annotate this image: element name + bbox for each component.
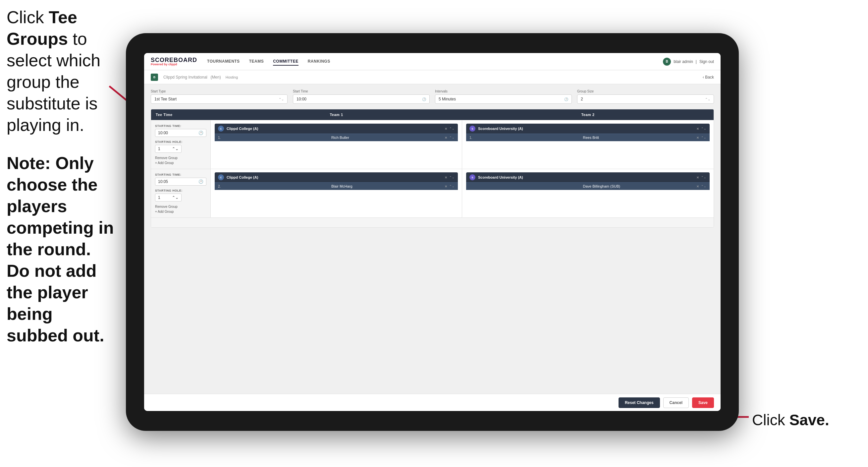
clock-icon-1: 🕐 [198, 130, 204, 135]
clock-icon-2: 🕐 [198, 179, 204, 184]
logo-scoreboard: SCOREBOARD [151, 57, 197, 63]
team1-controls-2: ✕ ⌃⌄ [444, 176, 455, 179]
starting-hole-input-2[interactable]: 1 ⌃⌄ [155, 194, 182, 202]
player-row-1-1[interactable]: 1. Rich Butler ✕ ⌃⌄ [215, 134, 458, 141]
remove-group-btn-2[interactable]: Remove Group [155, 205, 207, 208]
player-remove-1-1[interactable]: ✕ [444, 136, 447, 140]
nav-teams[interactable]: TEAMS [249, 58, 264, 66]
player-remove-1-2[interactable]: ✕ [444, 185, 447, 188]
team2-col-2: S Scoreboard University (A) ✕ ⌃⌄ Dave Bi… [462, 169, 714, 217]
annotation-mid: Note: Only choose the players competing … [7, 152, 116, 346]
nav-tournaments[interactable]: TOURNAMENTS [207, 58, 240, 66]
group-size-arrows: ⌃⌄ [705, 97, 710, 101]
tee-controls-2: STARTING TIME: 10:05 🕐 STARTING HOLE: 1 … [151, 169, 211, 217]
start-time-group: Start Time 10:00 🕐 [293, 89, 430, 104]
team1-col-2: C Clippd College (A) ✕ ⌃⌄ 2. Blair McHar… [211, 169, 462, 217]
team2-controls-1: ✕ ⌃⌄ [696, 127, 706, 130]
team2-col-1: S Scoreboard University (A) ✕ ⌃⌄ 1. Rees… [462, 120, 714, 169]
start-type-label: Start Type [151, 89, 287, 93]
player-remove-2-1[interactable]: ✕ [696, 136, 699, 140]
player-name-2-2: Dave Billingham (SUB) [583, 184, 697, 188]
team1-logo-2: C [218, 174, 224, 180]
hosting-badge: Hosting [226, 75, 238, 79]
team1-entry-2[interactable]: C Clippd College (A) ✕ ⌃⌄ 2. Blair McHar… [215, 172, 458, 190]
player-controls-2-2: ✕ ⌃⌄ [696, 185, 706, 188]
sign-out-link[interactable]: Sign out [700, 59, 714, 64]
team1-name-2: Clippd College (A) [227, 175, 442, 179]
player-number-2-1: 1. [469, 136, 583, 140]
team2-logo-1: S [469, 126, 475, 132]
col-tee-time: Tee Time [151, 109, 211, 120]
starting-time-input-2[interactable]: 10:05 🕐 [155, 178, 207, 185]
save-button[interactable]: Save [692, 398, 714, 408]
team2-entry-2[interactable]: S Scoreboard University (A) ✕ ⌃⌄ Dave Bi… [466, 172, 710, 190]
team1-header-1: C Clippd College (A) ✕ ⌃⌄ [215, 124, 458, 134]
intervals-input[interactable]: 5 Minutes 🕐 [435, 94, 572, 104]
back-button[interactable]: ‹ Back [703, 75, 714, 80]
player-controls-2-1: ✕ ⌃⌄ [696, 136, 706, 140]
start-type-group: Start Type 1st Tee Start ⌃⌄ [151, 89, 287, 104]
player-row-2-2-sub[interactable]: Dave Billingham (SUB) ✕ ⌃⌄ [466, 182, 710, 190]
tee-controls-1: STARTING TIME: 10:00 🕐 STARTING HOLE: 1 … [151, 120, 211, 169]
hole-arrows-1: ⌃⌄ [172, 146, 179, 151]
player-name-2-1: Rees Britt [583, 136, 697, 140]
team1-entry-1[interactable]: C Clippd College (A) ✕ ⌃⌄ 1. Rich Butler [215, 124, 458, 141]
player-remove-2-2[interactable]: ✕ [696, 185, 699, 188]
player-row-2-1[interactable]: 1. Rees Britt ✕ ⌃⌄ [466, 134, 710, 141]
starting-time-label-2: STARTING TIME: [155, 173, 207, 176]
start-time-arrows: 🕐 [422, 97, 426, 101]
tablet-screen: SCOREBOARD Powered by clippd TOURNAMENTS… [144, 53, 720, 411]
nav-rankings[interactable]: RANKINGS [308, 58, 330, 66]
nav-committee[interactable]: COMMITTEE [273, 58, 299, 66]
team2-arrows-2: ⌃⌄ [701, 176, 706, 179]
team2-remove-icon-1[interactable]: ✕ [696, 127, 699, 130]
tee-group-row-1: STARTING TIME: 10:00 🕐 STARTING HOLE: 1 … [151, 120, 714, 169]
starting-time-input-1[interactable]: 10:00 🕐 [155, 129, 207, 137]
start-time-input[interactable]: 10:00 🕐 [293, 94, 430, 104]
save-bold: Save. [789, 411, 829, 429]
logo-area: SCOREBOARD Powered by clippd [151, 57, 197, 66]
start-time-label: Start Time [293, 89, 430, 93]
add-group-btn-2[interactable]: + Add Group [155, 210, 207, 213]
start-type-input[interactable]: 1st Tee Start ⌃⌄ [151, 94, 287, 104]
team1-arrows-1: ⌃⌄ [449, 127, 455, 130]
cancel-button[interactable]: Cancel [663, 398, 689, 408]
player-arrows-2-1: ⌃⌄ [701, 136, 706, 139]
player-row-1-2[interactable]: 2. Blair McHarg ✕ ⌃⌄ [215, 182, 458, 190]
reset-changes-button[interactable]: Reset Changes [619, 398, 660, 408]
click-save-annotation: Click Save. [752, 411, 829, 429]
note-bold: Note: Only choose the players competing … [7, 153, 114, 345]
team2-remove-icon-2[interactable]: ✕ [696, 176, 699, 179]
team2-arrows-1: ⌃⌄ [701, 127, 706, 130]
player-number-1-1: 1. [218, 136, 331, 140]
hole-arrows-2: ⌃⌄ [172, 195, 179, 200]
team1-remove-icon-1[interactable]: ✕ [444, 127, 447, 130]
team2-name-1: Scoreboard University (A) [478, 126, 694, 130]
starting-hole-label-2: STARTING HOLE: [155, 189, 207, 192]
player-arrows-2-2: ⌃⌄ [701, 185, 706, 188]
player-name-1-2: Blair McHarg [331, 184, 444, 188]
tee-group-row-2: STARTING TIME: 10:05 🕐 STARTING HOLE: 1 … [151, 169, 714, 217]
annotation-top: Click Tee Groups to select which group t… [7, 7, 116, 136]
team1-remove-icon-2[interactable]: ✕ [444, 176, 447, 179]
group-size-input[interactable]: 2 ⌃⌄ [577, 94, 714, 104]
nav-avatar: B [663, 58, 671, 66]
starting-hole-input-1[interactable]: 1 ⌃⌄ [155, 145, 182, 153]
player-controls-1-2: ✕ ⌃⌄ [444, 185, 455, 188]
intervals-group: Intervals 5 Minutes 🕐 [435, 89, 572, 104]
team2-header-2: S Scoreboard University (A) ✕ ⌃⌄ [466, 172, 710, 182]
team1-name-1: Clippd College (A) [227, 126, 442, 130]
team1-col-1: C Clippd College (A) ✕ ⌃⌄ 1. Rich Butler [211, 120, 462, 169]
remove-group-btn-1[interactable]: Remove Group [155, 156, 207, 160]
team2-entry-1[interactable]: S Scoreboard University (A) ✕ ⌃⌄ 1. Rees… [466, 124, 710, 141]
tee-table-header: Tee Time Team 1 Team 2 [151, 109, 714, 120]
logo-powered: Powered by clippd [151, 63, 197, 66]
player-name-1-1: Rich Butler [331, 136, 444, 140]
add-group-btn-1[interactable]: + Add Group [155, 161, 207, 165]
team1-logo-1: C [218, 126, 224, 132]
breadcrumb-text: Clippd Spring Invitational (Men) [161, 75, 221, 80]
tee-actions-1: Remove Group + Add Group [155, 156, 207, 165]
player-arrows-1-1: ⌃⌄ [449, 136, 455, 139]
user-label: blair admin [674, 59, 693, 64]
player-controls-1-1: ✕ ⌃⌄ [444, 136, 455, 140]
